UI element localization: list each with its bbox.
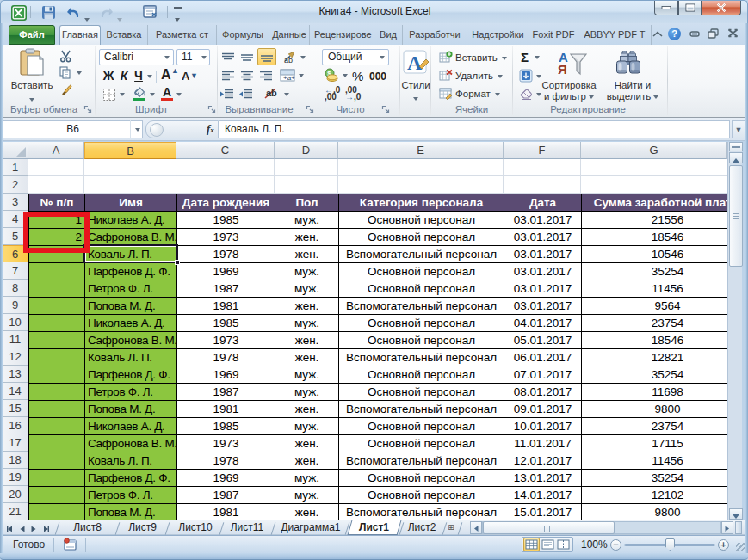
svg-text:ab: ab (266, 88, 277, 98)
svg-text:A: A (407, 52, 423, 74)
svg-text:Я: Я (558, 62, 567, 76)
svg-text:+a+: +a+ (283, 74, 295, 82)
svg-text:ab: ab (284, 56, 293, 64)
